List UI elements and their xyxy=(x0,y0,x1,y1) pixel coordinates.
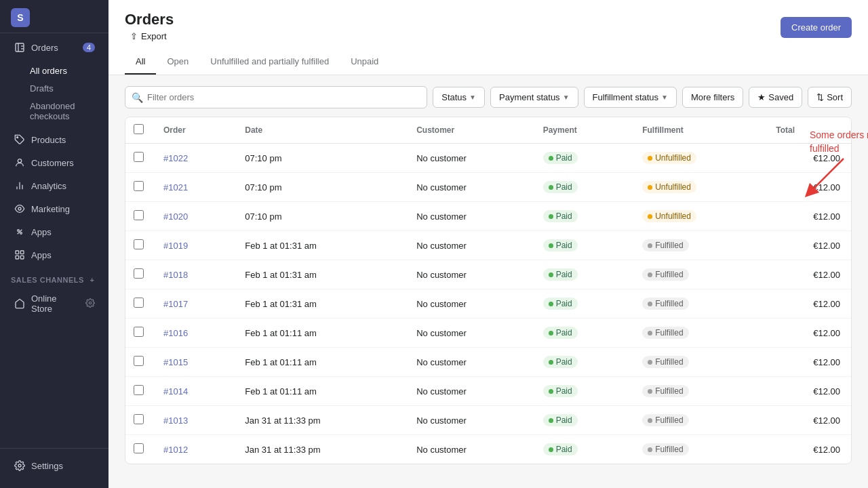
order-cell-1014: #1014 xyxy=(153,377,234,406)
payment-cell-1021: Paid xyxy=(532,173,632,202)
order-link-1017[interactable]: #1017 xyxy=(163,299,188,309)
checkbox-1022[interactable] xyxy=(134,152,144,162)
checkbox-1017[interactable] xyxy=(134,298,144,308)
checkbox-1016[interactable] xyxy=(134,327,144,337)
tab-open[interactable]: Open xyxy=(156,49,199,75)
sidebar-item-products[interactable]: Products xyxy=(3,129,106,150)
fulfillment-status-filter-button[interactable]: Fulfillment status ▼ xyxy=(584,87,677,108)
checkbox-1015[interactable] xyxy=(134,356,144,366)
payment-badge-1018: Paid xyxy=(543,268,578,281)
total-cell-1016: €12.00 xyxy=(765,319,851,348)
payment-col-header: Payment xyxy=(532,117,632,144)
fulfillment-badge-dot xyxy=(648,214,652,219)
settings-label: Settings xyxy=(31,461,63,471)
status-filter-button[interactable]: Status ▼ xyxy=(433,87,485,108)
table-row: #102107:10 pmNo customerPaidUnfulfilled€… xyxy=(125,173,851,202)
sidebar-bottom: Settings xyxy=(0,448,108,477)
sidebar-item-marketing[interactable]: Marketing xyxy=(3,198,106,220)
export-button[interactable]: ⇧ Export xyxy=(125,28,172,44)
saved-label: Saved xyxy=(768,92,793,102)
table-row: #1018Feb 1 at 01:31 amNo customerPaidFul… xyxy=(125,260,851,289)
status-chevron-icon: ▼ xyxy=(469,94,476,101)
sidebar-item-settings[interactable]: Settings xyxy=(3,455,106,476)
online-store-icon xyxy=(14,298,26,310)
sidebar: S Orders 4 All orders Drafts Abandoned c… xyxy=(0,0,108,488)
checkbox-1012[interactable] xyxy=(134,443,144,453)
orders-table-wrap: Order Date Customer Payment Fulfillment … xyxy=(125,117,852,464)
fulfillment-badge-1021: Unfulfilled xyxy=(642,181,696,193)
order-link-1012[interactable]: #1012 xyxy=(163,445,188,455)
search-input[interactable] xyxy=(125,86,427,108)
sort-label: Sort xyxy=(827,92,843,102)
payment-badge-1015: Paid xyxy=(543,356,578,368)
order-link-1018[interactable]: #1018 xyxy=(163,270,188,280)
order-link-1013[interactable]: #1013 xyxy=(163,415,188,426)
fulfillment-badge-1022: Unfulfilled xyxy=(642,152,696,164)
sidebar-item-online-store[interactable]: Online Store xyxy=(3,289,106,319)
add-sales-channel-icon[interactable]: + xyxy=(87,274,98,285)
payment-badge-1021: Paid xyxy=(543,181,578,193)
svg-rect-13 xyxy=(16,251,19,254)
order-link-1016[interactable]: #1016 xyxy=(163,328,188,338)
date-cell-1013: Jan 31 at 11:33 pm xyxy=(234,406,406,435)
customers-icon xyxy=(14,157,26,169)
checkbox-1014[interactable] xyxy=(134,385,144,395)
payment-status-filter-button[interactable]: Payment status ▼ xyxy=(490,87,578,108)
payment-badge-dot xyxy=(549,243,553,248)
order-cell-1018: #1018 xyxy=(153,260,234,289)
online-store-settings-icon[interactable] xyxy=(85,298,95,310)
checkbox-1019[interactable] xyxy=(134,239,144,249)
page-title-wrap: Orders ⇧ Export xyxy=(125,11,174,44)
settings-icon xyxy=(14,460,26,472)
sort-button[interactable]: ⇅ Sort xyxy=(808,87,852,108)
svg-rect-0 xyxy=(16,43,24,52)
filter-bar: 🔍 Status ▼ Payment status ▼ Fulfillment … xyxy=(125,86,852,108)
sidebar-item-apps[interactable]: Apps xyxy=(3,244,106,266)
svg-point-18 xyxy=(18,464,21,467)
order-link-1020[interactable]: #1020 xyxy=(163,211,188,222)
marketing-label: Marketing xyxy=(31,204,70,214)
order-link-1021[interactable]: #1021 xyxy=(163,182,188,192)
payment-cell-1020: Paid xyxy=(532,202,632,231)
tabs: AllOpenUnfulfilled and partially fulfill… xyxy=(125,49,852,75)
order-link-1014[interactable]: #1014 xyxy=(163,386,188,396)
total-cell-1021: €12.00 xyxy=(765,173,851,202)
svg-rect-14 xyxy=(20,251,24,254)
sidebar-item-customers[interactable]: Customers xyxy=(3,152,106,174)
order-cell-1021: #1021 xyxy=(153,173,234,202)
tab-unpaid[interactable]: Unpaid xyxy=(340,49,389,75)
select-all-col xyxy=(125,117,153,144)
orders-table: Order Date Customer Payment Fulfillment … xyxy=(125,117,851,464)
sidebar-item-drafts[interactable]: Drafts xyxy=(30,80,106,97)
tab-unfulfilled[interactable]: Unfulfilled and partially fulfilled xyxy=(199,49,340,75)
customer-cell-1013: No customer xyxy=(406,406,532,435)
order-cell-1013: #1013 xyxy=(153,406,234,435)
table-header: Order Date Customer Payment Fulfillment … xyxy=(125,117,851,144)
sidebar-item-analytics[interactable]: Analytics xyxy=(3,175,106,197)
select-all-checkbox[interactable] xyxy=(134,124,144,134)
table-row: #1019Feb 1 at 01:31 amNo customerPaidFul… xyxy=(125,231,851,260)
saved-button[interactable]: ★ Saved xyxy=(749,87,802,108)
sidebar-item-abandoned[interactable]: Abandoned checkouts xyxy=(30,98,106,125)
order-link-1019[interactable]: #1019 xyxy=(163,241,188,251)
sidebar-item-all-orders[interactable]: All orders xyxy=(30,62,106,79)
fulfillment-cell-1017: Fulfilled xyxy=(631,289,765,319)
sidebar-item-discounts[interactable]: Apps xyxy=(3,221,106,243)
more-filters-button[interactable]: More filters xyxy=(682,87,743,108)
payment-badge-1022: Paid xyxy=(543,152,578,164)
payment-badge-dot xyxy=(549,214,553,219)
order-link-1022[interactable]: #1022 xyxy=(163,153,188,163)
tab-all[interactable]: All xyxy=(125,49,156,75)
page-header: Orders ⇧ Export Create order AllOpenUnfu… xyxy=(108,0,868,75)
payment-cell-1015: Paid xyxy=(532,348,632,377)
checkbox-1013[interactable] xyxy=(134,414,144,424)
order-link-1015[interactable]: #1015 xyxy=(163,357,188,367)
checkbox-1018[interactable] xyxy=(134,268,144,279)
order-cell-1017: #1017 xyxy=(153,289,234,319)
sidebar-item-orders[interactable]: Orders 4 xyxy=(3,37,106,58)
total-cell-1015: €12.00 xyxy=(765,348,851,377)
order-cell-1022: #1022 xyxy=(153,144,234,173)
checkbox-1020[interactable] xyxy=(134,210,144,220)
create-order-button[interactable]: Create order xyxy=(781,17,852,38)
checkbox-1021[interactable] xyxy=(134,181,144,191)
